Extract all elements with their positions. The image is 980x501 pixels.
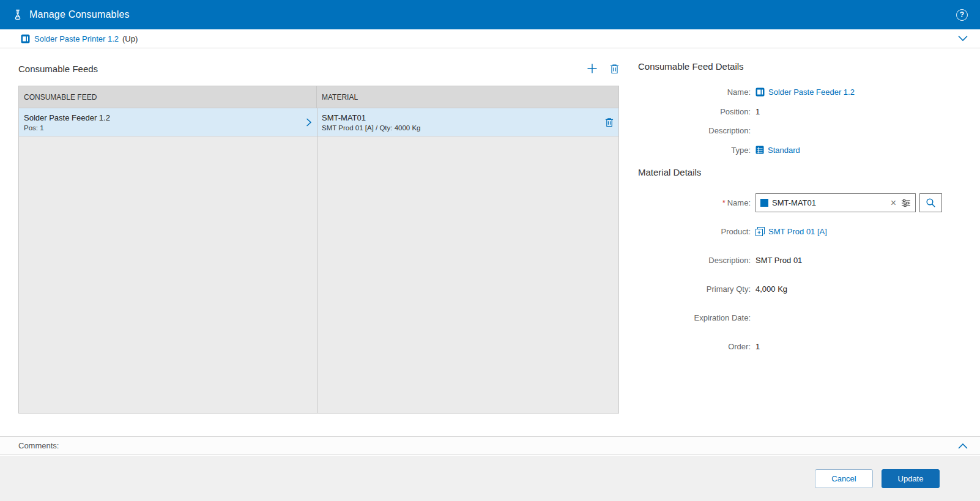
up-label: (Up) bbox=[122, 34, 138, 43]
column-header-consumable-feed: CONSUMABLE FEED bbox=[19, 86, 317, 108]
primary-qty-value: 4,000 Kg bbox=[755, 284, 787, 294]
context-bar: Solder Paste Printer 1.2 (Up) bbox=[0, 29, 980, 48]
feeder-icon bbox=[755, 87, 765, 97]
material-details-title: Material Details bbox=[638, 167, 968, 177]
material-name-label: *Name: bbox=[638, 198, 755, 207]
type-label: Type: bbox=[638, 146, 755, 155]
type-value-link[interactable]: Standard bbox=[768, 146, 800, 155]
material-row-expiration: Expiration Date: bbox=[638, 303, 968, 332]
product-value-link[interactable]: SMT Prod 01 [A] bbox=[768, 227, 827, 236]
feed-cell: Solder Paste Feeder 1.2 Pos: 1 bbox=[19, 108, 317, 136]
primary-qty-label: Primary Qty: bbox=[638, 284, 755, 294]
detail-row-type: Type: Standard bbox=[638, 141, 968, 160]
position-value: 1 bbox=[755, 107, 760, 116]
page-title: Manage Consumables bbox=[29, 9, 130, 20]
detail-row-description: Description: bbox=[638, 121, 968, 141]
feed-details-title: Consumable Feed Details bbox=[638, 61, 968, 72]
table-row[interactable]: Solder Paste Feeder 1.2 Pos: 1 SMT-MAT01… bbox=[19, 108, 618, 136]
product-icon bbox=[755, 227, 765, 236]
position-label: Position: bbox=[638, 107, 755, 116]
printer-icon bbox=[21, 34, 30, 43]
details-panel: Consumable Feed Details Name: Solder Pas… bbox=[638, 61, 968, 361]
manage-consumables-icon bbox=[12, 9, 23, 20]
table-body: Solder Paste Feeder 1.2 Pos: 1 SMT-MAT01… bbox=[19, 108, 618, 413]
help-icon[interactable]: ? bbox=[956, 9, 968, 21]
clear-icon[interactable]: × bbox=[889, 198, 897, 208]
consumable-feeds-table: CONSUMABLE FEED MATERIAL Solder Paste Fe… bbox=[18, 86, 619, 414]
product-label: Product: bbox=[638, 227, 755, 236]
chevron-right-icon[interactable] bbox=[306, 118, 312, 127]
order-label: Order: bbox=[638, 342, 755, 351]
titlebar: Manage Consumables ? bbox=[0, 0, 980, 29]
consumable-feeds-header: Consumable Feeds bbox=[18, 61, 619, 76]
material-row-order: Order: 1 bbox=[638, 332, 968, 361]
material-detail: SMT Prod 01 [A] / Qty: 4000 Kg bbox=[322, 124, 421, 132]
feeder-name-link[interactable]: Solder Paste Feeder 1.2 bbox=[768, 87, 855, 97]
material-icon bbox=[760, 199, 768, 207]
material-description-value: SMT Prod 01 bbox=[755, 256, 802, 265]
cancel-button[interactable]: Cancel bbox=[815, 469, 873, 488]
feed-position: Pos: 1 bbox=[24, 124, 110, 132]
update-button[interactable]: Update bbox=[882, 469, 940, 488]
comments-bar: Comments: bbox=[0, 436, 980, 455]
chevron-up-icon[interactable] bbox=[958, 443, 968, 449]
column-header-material: MATERIAL bbox=[317, 86, 618, 108]
material-row-product: Product: SMT Prod 01 [A] bbox=[638, 217, 968, 246]
material-row-name: *Name: × bbox=[638, 188, 968, 217]
detail-row-position: Position: 1 bbox=[638, 102, 968, 122]
name-label: Name: bbox=[638, 87, 755, 97]
remove-material-icon[interactable] bbox=[605, 117, 614, 127]
filter-options-icon[interactable] bbox=[901, 199, 911, 207]
feed-name: Solder Paste Feeder 1.2 bbox=[24, 113, 110, 122]
material-cell: SMT-MAT01 SMT Prod 01 [A] / Qty: 4000 Kg bbox=[317, 108, 618, 136]
description-label: Description: bbox=[638, 126, 755, 135]
footer: Cancel Update bbox=[0, 456, 980, 501]
material-row-description: Description: SMT Prod 01 bbox=[638, 246, 968, 275]
expiration-date-label: Expiration Date: bbox=[638, 313, 755, 322]
chevron-down-icon[interactable] bbox=[958, 35, 968, 42]
manage-consumables-window: Manage Consumables ? Solder Paste Printe… bbox=[0, 0, 980, 501]
material-description-label: Description: bbox=[638, 256, 755, 265]
comments-label: Comments: bbox=[18, 441, 59, 450]
add-feed-icon[interactable] bbox=[587, 63, 598, 74]
type-icon bbox=[755, 146, 764, 154]
column-divider bbox=[317, 108, 317, 413]
material-name: SMT-MAT01 bbox=[322, 113, 421, 122]
required-asterisk: * bbox=[722, 198, 726, 207]
material-name-input-box: × bbox=[755, 193, 916, 212]
detail-row-name: Name: Solder Paste Feeder 1.2 bbox=[638, 83, 968, 102]
consumable-feeds-title: Consumable Feeds bbox=[18, 64, 98, 74]
table-header: CONSUMABLE FEED MATERIAL bbox=[19, 86, 618, 108]
material-name-input[interactable] bbox=[772, 198, 886, 207]
resource-link[interactable]: Solder Paste Printer 1.2 bbox=[34, 34, 119, 43]
order-value: 1 bbox=[755, 342, 760, 351]
search-icon[interactable] bbox=[919, 193, 942, 212]
material-row-primary-qty: Primary Qty: 4,000 Kg bbox=[638, 275, 968, 303]
delete-feed-icon[interactable] bbox=[610, 64, 619, 74]
